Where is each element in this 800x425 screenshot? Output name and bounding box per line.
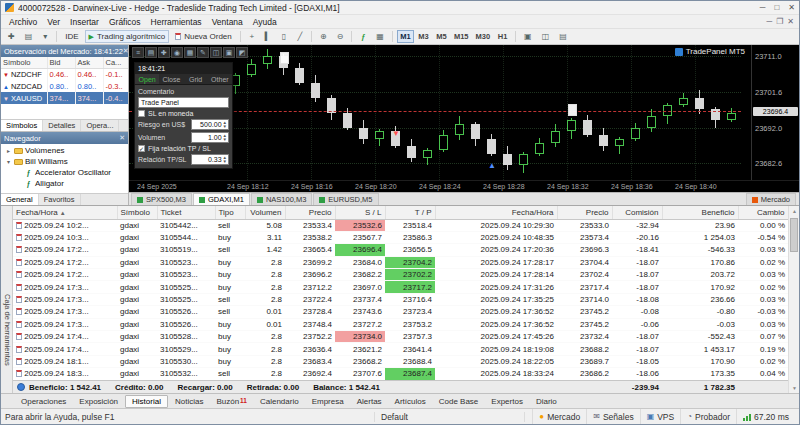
chart-restore-icon[interactable]: ❐	[776, 17, 783, 26]
ea-toolbar-button[interactable]: ✎	[197, 47, 209, 58]
history-row[interactable]: 2025.09.24 18:1...gdaxi3105530...buy2.82…	[13, 355, 788, 367]
profiles-dropdown[interactable]: ▾	[38, 30, 52, 43]
toolbox-tab-expertos[interactable]: Expertos	[485, 396, 529, 407]
menu-item[interactable]: Ventana	[207, 16, 248, 28]
market-watch-row[interactable]: ▼XAUUSD374...374...-0.4..	[1, 92, 128, 104]
trade-panel-dialog[interactable]: 18:41:21 OpenCloseGridOther Comentario S…	[134, 62, 233, 169]
indicators-button[interactable]: ƒ	[356, 30, 370, 43]
chart-tab[interactable]: EURUSD,M5	[313, 193, 378, 205]
ea-toolbar-button[interactable]: ≡	[132, 47, 144, 58]
chart-minimize-icon[interactable]: ─	[766, 17, 772, 26]
history-scrollbar[interactable]: ▲ ▼	[788, 206, 799, 393]
market-watch-tab[interactable]: Detalles	[43, 120, 81, 131]
trade-panel-tab-other[interactable]: Other	[208, 74, 232, 84]
scrollbar-thumb[interactable]	[790, 218, 798, 252]
history-row[interactable]: 2025.09.24 17:2...gdaxi3105523...buy2.82…	[13, 256, 788, 268]
volume-input[interactable]	[193, 133, 223, 142]
spinner-icon[interactable]: ▲▼	[223, 121, 227, 129]
history-column-header[interactable]: T / P	[385, 206, 435, 219]
history-row[interactable]: 2025.09.24 17:2...gdaxi3105523...buy2.82…	[13, 269, 788, 281]
timeframe-m30-button[interactable]: M30	[473, 30, 494, 43]
market-watch-tab[interactable]: Símbolos	[1, 120, 43, 131]
ratio-input[interactable]	[193, 155, 223, 164]
tree-folder-item[interactable]: ▾Bill Williams	[1, 156, 128, 167]
market-watch-row[interactable]: ▼NZDCHF0.46..0.46..-0.1..	[1, 68, 128, 80]
trade-panel-tab-open[interactable]: Open	[135, 74, 159, 84]
menu-item[interactable]: Insertar	[65, 16, 104, 28]
history-column-header[interactable]: Beneficio	[662, 206, 738, 219]
history-row[interactable]: 2025.09.24 18:3...gdaxi3105532...sell2.8…	[13, 368, 788, 380]
ea-toolbar-button[interactable]: ◫	[210, 47, 222, 58]
scroll-up-icon[interactable]: ▲	[789, 208, 799, 214]
history-column-header[interactable]: Fecha/Hora▲	[13, 206, 117, 219]
history-column-header[interactable]: Precio	[285, 206, 335, 219]
zoom-in-button[interactable]: ⊕	[316, 30, 331, 43]
ide-button[interactable]: IDE	[61, 30, 82, 43]
comment-input[interactable]	[140, 98, 227, 107]
chart-shift-button[interactable]: ◫	[538, 30, 554, 43]
timeframe-m1-button[interactable]: M1	[397, 30, 414, 43]
ea-toolbar-button[interactable]: ▦	[184, 47, 196, 58]
grid-button[interactable]: ▦	[372, 30, 388, 43]
menu-item[interactable]: Ver	[42, 16, 65, 28]
market-watch-column[interactable]: Ask	[75, 57, 103, 68]
market-tab[interactable]: Mercado	[746, 193, 796, 205]
toolbox-side-strip[interactable]: Caja de herramientas	[1, 206, 13, 393]
timeframe-m3-button[interactable]: M3	[415, 30, 432, 43]
history-column-header[interactable]: Fecha/Hora	[435, 206, 557, 219]
toolbox-tab-buzón[interactable]: Buzón11	[210, 396, 253, 407]
history-row[interactable]: 2025.09.24 10:2...gdaxi3105442...sell5.0…	[13, 219, 788, 231]
menu-item[interactable]: Gráficos	[104, 16, 146, 28]
risk-input[interactable]	[193, 120, 223, 129]
navigator-tab[interactable]: General	[1, 194, 39, 205]
tree-indicator-item[interactable]: ƒAccelerator Oscillator	[1, 167, 128, 178]
profiles-button[interactable]: ▤	[21, 30, 37, 43]
price-axis[interactable]: 23711.023701.623692.023682.623696.4	[751, 45, 799, 180]
profile-name[interactable]: Default	[375, 412, 525, 422]
time-axis[interactable]: 24 Sep 202524 Sep 18:1224 Sep 18:1624 Se…	[129, 180, 799, 192]
history-row[interactable]: 2025.09.24 17:3...gdaxi3105526...sell0.0…	[13, 306, 788, 318]
price-chart[interactable]: ≡▤✚◉▦✎◫▣◩ TradePanel MT5 ▼▲ 23711.023701…	[129, 45, 799, 180]
close-icon[interactable]: ✕	[119, 134, 125, 142]
history-row[interactable]: 2025.09.24 17:3...gdaxi3105525...buy2.82…	[13, 281, 788, 293]
tree-caret-icon[interactable]: ▸	[5, 147, 12, 154]
close-button[interactable]: ✕	[788, 3, 795, 12]
history-row[interactable]: 2025.09.24 10:3...gdaxi3105544...buy3.11…	[13, 231, 788, 243]
algo-trading-button[interactable]: ▶Trading algorítmico	[85, 30, 170, 43]
crosshair-button[interactable]: +	[245, 30, 259, 43]
history-row[interactable]: 2025.09.24 17:2...gdaxi3105519...sell1.4…	[13, 244, 788, 256]
trade-panel-tab-grid[interactable]: Grid	[184, 74, 208, 84]
tree-indicator-item[interactable]: ƒAlligator	[1, 178, 128, 189]
toolbox-tab-alertas[interactable]: Alertas	[351, 396, 388, 407]
toolbox-tab-noticias[interactable]: Noticias	[169, 396, 209, 407]
maximize-button[interactable]: □	[774, 3, 779, 12]
zoom-out-button[interactable]: ⊖	[333, 30, 348, 43]
templates-button[interactable]: ▤	[555, 30, 571, 43]
history-column-header[interactable]: Precio	[557, 206, 612, 219]
line-chart-button[interactable]: ╱	[293, 30, 307, 43]
menu-item[interactable]: Ayuda	[248, 16, 282, 28]
minimize-button[interactable]: ─	[760, 3, 766, 12]
chart-tab[interactable]: SPX500,M3	[131, 193, 192, 205]
history-column-header[interactable]: Volumen	[245, 206, 285, 219]
market-watch-column[interactable]: Ca...	[103, 57, 128, 68]
history-column-header[interactable]: Símbolo	[117, 206, 157, 219]
market-watch-tab[interactable]: Opera...	[81, 120, 119, 131]
history-row[interactable]: 2025.09.24 17:3...gdaxi3105525...sell2.8…	[13, 293, 788, 305]
history-column-header[interactable]: Cambio	[738, 206, 788, 219]
toolbox-tab-operaciones[interactable]: Operaciones	[15, 396, 72, 407]
bar-chart-button[interactable]: ▍	[261, 30, 275, 43]
close-icon[interactable]: ✕	[123, 47, 128, 55]
ea-toolbar-button[interactable]: ◩	[236, 47, 248, 58]
navigator-tab[interactable]: Favoritos	[39, 194, 81, 205]
spinner-icon[interactable]: ▲▼	[223, 134, 227, 142]
candle-chart-button[interactable]: ▯	[277, 30, 291, 43]
market-watch-column[interactable]: Símbolo	[1, 57, 47, 68]
history-column-header[interactable]: Tipo	[215, 206, 245, 219]
toolbox-tab-calendario[interactable]: Calendario	[254, 396, 305, 407]
tree-folder-item[interactable]: ▸Volúmenes	[1, 145, 128, 156]
scroll-down-icon[interactable]: ▼	[789, 385, 799, 391]
timeframe-m15-button[interactable]: M15	[451, 30, 472, 43]
ea-toolbar-button[interactable]: ◉	[171, 47, 183, 58]
toolbox-tab-artículos[interactable]: Artículos	[389, 396, 432, 407]
